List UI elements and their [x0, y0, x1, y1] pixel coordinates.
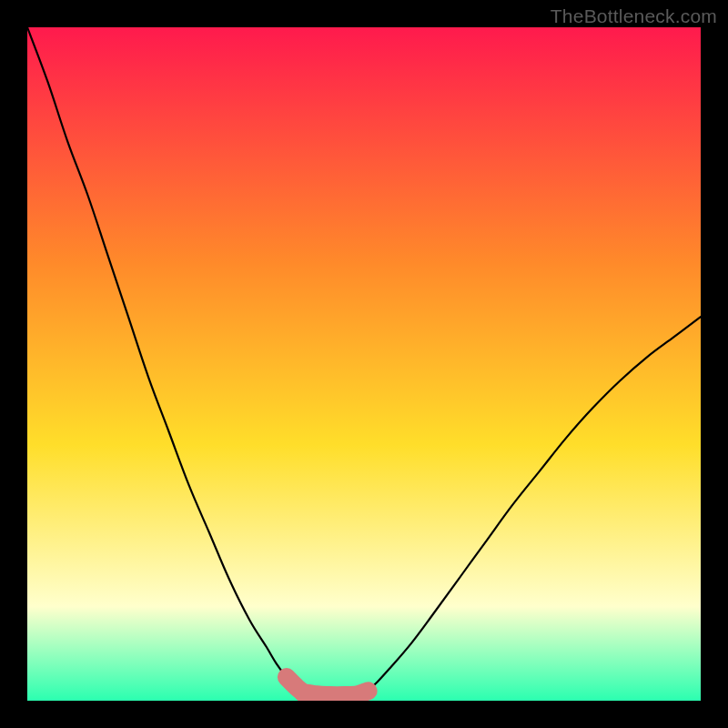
watermark-text: TheBottleneck.com — [551, 5, 717, 27]
bottleneck-plot — [27, 27, 701, 701]
chart-frame: TheBottleneck.com — [0, 0, 728, 728]
plot-background — [27, 27, 701, 701]
